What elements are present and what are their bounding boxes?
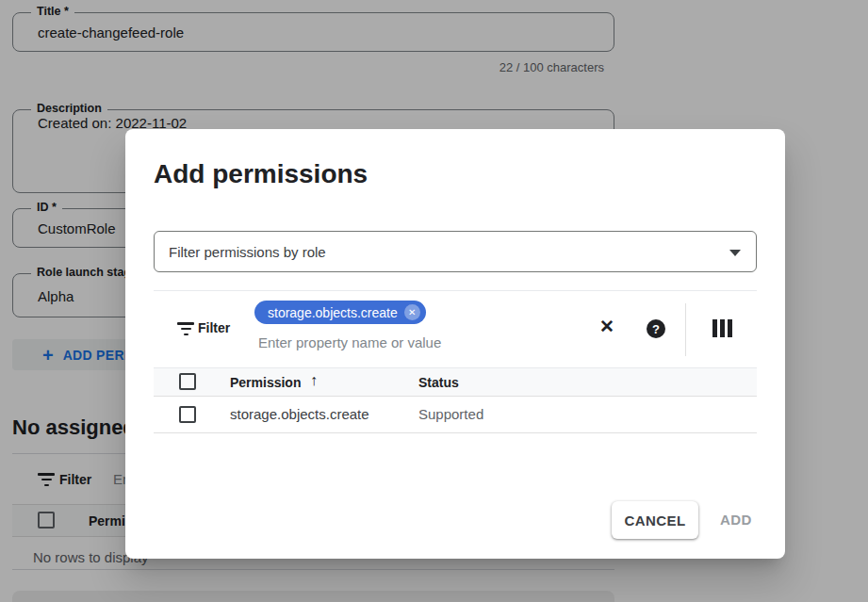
role-filter-dropdown[interactable]: Filter permissions by role xyxy=(154,231,757,272)
column-display-options-icon[interactable] xyxy=(712,319,732,337)
dialog-filter-label: Filter xyxy=(198,320,230,335)
filter-chip-label: storage.objects.create xyxy=(268,305,398,320)
status-column-header[interactable]: Status xyxy=(418,375,459,390)
role-filter-dropdown-value: Filter permissions by role xyxy=(169,244,326,260)
row-checkbox[interactable] xyxy=(179,406,196,423)
dialog-table-header: Permission ↑ Status xyxy=(154,367,757,397)
filter-chip[interactable]: storage.objects.create ✕ xyxy=(254,301,426,324)
chevron-down-icon xyxy=(729,250,741,256)
dialog-filter-input[interactable]: Enter property name or value xyxy=(258,334,441,350)
select-all-checkbox[interactable] xyxy=(179,373,196,390)
chip-remove-icon[interactable]: ✕ xyxy=(404,304,420,320)
sort-ascending-icon[interactable]: ↑ xyxy=(310,372,318,389)
permission-column-header[interactable]: Permission xyxy=(230,375,301,390)
divider xyxy=(685,303,686,356)
divider xyxy=(154,290,757,291)
dialog-title: Add permissions xyxy=(154,159,368,189)
cancel-button[interactable]: CANCEL xyxy=(612,501,698,539)
clear-filter-button[interactable]: ✕ xyxy=(599,317,614,335)
filter-help-button[interactable]: ? xyxy=(647,319,665,338)
row-permission-cell: storage.objects.create xyxy=(230,406,369,422)
help-icon: ? xyxy=(647,319,665,338)
close-icon: ✕ xyxy=(599,317,614,336)
table-row[interactable]: storage.objects.create Supported xyxy=(154,398,757,433)
row-status-cell: Supported xyxy=(418,406,483,422)
filter-icon xyxy=(177,322,194,335)
add-button[interactable]: ADD xyxy=(720,512,752,528)
add-permissions-dialog: Add permissions Filter permissions by ro… xyxy=(125,129,785,559)
